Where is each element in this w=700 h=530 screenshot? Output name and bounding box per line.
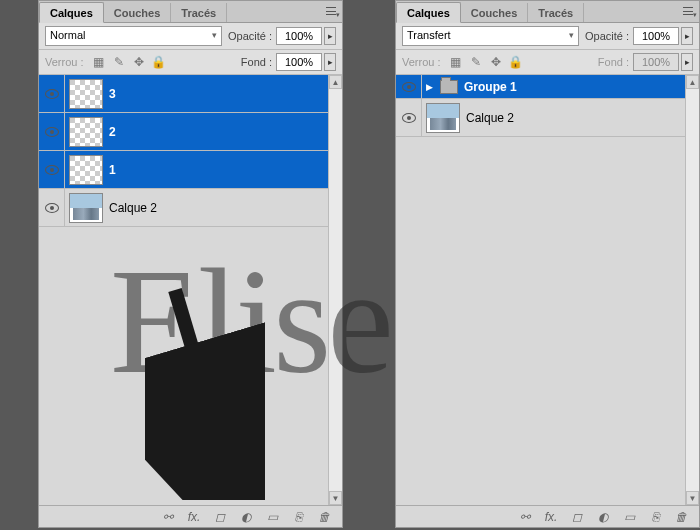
group-expand-icon[interactable]: ▶	[426, 82, 436, 92]
visibility-toggle[interactable]	[396, 99, 422, 136]
lock-transparency-icon[interactable]: ▦	[92, 55, 106, 69]
layer-thumbnail[interactable]	[69, 79, 103, 109]
layer-group-row[interactable]: ▶ Groupe 1	[396, 75, 699, 99]
tab-bar: Calques Couches Tracés	[39, 1, 342, 23]
lock-move-icon[interactable]: ✥	[489, 55, 503, 69]
tab-layers[interactable]: Calques	[396, 2, 461, 23]
layers-panel-left: Calques Couches Tracés Normal ▾ Opacité …	[38, 0, 343, 528]
fill-input[interactable]: 100%	[276, 53, 322, 71]
scrollbar[interactable]: ▲ ▼	[685, 75, 699, 505]
visibility-toggle[interactable]	[39, 151, 65, 188]
blend-mode-value: Transfert	[407, 29, 451, 41]
mask-icon[interactable]: ◻	[569, 509, 585, 525]
layer-thumbnail[interactable]	[69, 117, 103, 147]
scroll-up-icon[interactable]: ▲	[686, 75, 699, 89]
lock-fill-row: Verrou : ▦ ✎ ✥ 🔒 Fond : 100% ▸	[396, 50, 699, 75]
blend-opacity-row: Normal ▾ Opacité : 100% ▸	[39, 23, 342, 50]
fx-icon[interactable]: fx.	[186, 509, 202, 525]
layer-name[interactable]: Calque 2	[466, 111, 514, 125]
lock-transparency-icon[interactable]: ▦	[449, 55, 463, 69]
blend-mode-select[interactable]: Transfert ▾	[402, 26, 579, 46]
lock-fill-row: Verrou : ▦ ✎ ✥ 🔒 Fond : 100% ▸	[39, 50, 342, 75]
lock-paint-icon[interactable]: ✎	[469, 55, 483, 69]
group-icon[interactable]: ▭	[621, 509, 637, 525]
scroll-down-icon[interactable]: ▼	[686, 491, 699, 505]
group-icon[interactable]: ▭	[264, 509, 280, 525]
layer-thumbnail[interactable]	[69, 193, 103, 223]
lock-paint-icon[interactable]: ✎	[112, 55, 126, 69]
dropdown-caret-icon: ▾	[569, 30, 574, 40]
adjustment-icon[interactable]: ◐	[238, 509, 254, 525]
tab-channels[interactable]: Couches	[104, 3, 171, 22]
lock-all-icon[interactable]: 🔒	[152, 55, 166, 69]
trash-icon[interactable]: 🗑	[316, 509, 332, 525]
new-layer-icon[interactable]: ⎘	[647, 509, 663, 525]
trash-icon[interactable]: 🗑	[673, 509, 689, 525]
visibility-toggle[interactable]	[39, 75, 65, 112]
lock-label: Verrou :	[402, 56, 441, 68]
panel-menu-icon[interactable]	[324, 5, 338, 17]
layer-name[interactable]: 1	[109, 163, 116, 177]
fill-stepper[interactable]: ▸	[324, 53, 336, 71]
opacity-input[interactable]: 100%	[276, 27, 322, 45]
panel-menu-icon[interactable]	[681, 5, 695, 17]
blend-opacity-row: Transfert ▾ Opacité : 100% ▸	[396, 23, 699, 50]
blend-mode-value: Normal	[50, 29, 85, 41]
opacity-stepper[interactable]: ▸	[681, 27, 693, 45]
dropdown-caret-icon: ▾	[212, 30, 217, 40]
layer-thumbnail[interactable]	[69, 155, 103, 185]
layer-name[interactable]: 2	[109, 125, 116, 139]
link-layers-icon[interactable]: ⚯	[517, 509, 533, 525]
tab-paths[interactable]: Tracés	[528, 3, 584, 22]
eye-icon	[45, 127, 59, 137]
scroll-down-icon[interactable]: ▼	[329, 491, 342, 505]
opacity-stepper[interactable]: ▸	[324, 27, 336, 45]
layer-name[interactable]: Groupe 1	[464, 80, 517, 94]
fill-stepper: ▸	[681, 53, 693, 71]
panel-bottom-toolbar: ⚯ fx. ◻ ◐ ▭ ⎘ 🗑	[396, 505, 699, 527]
layers-panel-right: Calques Couches Tracés Transfert ▾ Opaci…	[395, 0, 700, 528]
blend-mode-select[interactable]: Normal ▾	[45, 26, 222, 46]
opacity-label: Opacité :	[585, 30, 629, 42]
layer-row[interactable]: 3	[39, 75, 342, 113]
eye-icon	[45, 203, 59, 213]
lock-icons-group: ▦ ✎ ✥ 🔒	[449, 55, 523, 69]
layer-name[interactable]: 3	[109, 87, 116, 101]
mask-icon[interactable]: ◻	[212, 509, 228, 525]
adjustment-icon[interactable]: ◐	[595, 509, 611, 525]
eye-icon	[402, 113, 416, 123]
tab-paths[interactable]: Tracés	[171, 3, 227, 22]
eye-icon	[402, 82, 416, 92]
link-layers-icon[interactable]: ⚯	[160, 509, 176, 525]
folder-icon	[440, 80, 458, 94]
tab-bar: Calques Couches Tracés	[396, 1, 699, 23]
fill-label: Fond :	[241, 56, 272, 68]
eye-icon	[45, 89, 59, 99]
layer-list: ▶ Groupe 1 Calque 2 ▲ ▼	[396, 75, 699, 505]
opacity-label: Opacité :	[228, 30, 272, 42]
visibility-toggle[interactable]	[39, 189, 65, 226]
tab-channels[interactable]: Couches	[461, 3, 528, 22]
lock-move-icon[interactable]: ✥	[132, 55, 146, 69]
opacity-input[interactable]: 100%	[633, 27, 679, 45]
layer-row[interactable]: Calque 2	[396, 99, 699, 137]
layer-row[interactable]: 1	[39, 151, 342, 189]
lock-all-icon[interactable]: 🔒	[509, 55, 523, 69]
scroll-up-icon[interactable]: ▲	[329, 75, 342, 89]
fill-input: 100%	[633, 53, 679, 71]
fx-icon[interactable]: fx.	[543, 509, 559, 525]
lock-icons-group: ▦ ✎ ✥ 🔒	[92, 55, 166, 69]
visibility-toggle[interactable]	[396, 75, 422, 98]
layer-name[interactable]: Calque 2	[109, 201, 157, 215]
layer-row[interactable]: Calque 2	[39, 189, 342, 227]
fill-label: Fond :	[598, 56, 629, 68]
tab-layers[interactable]: Calques	[39, 2, 104, 23]
visibility-toggle[interactable]	[39, 113, 65, 150]
panel-bottom-toolbar: ⚯ fx. ◻ ◐ ▭ ⎘ 🗑	[39, 505, 342, 527]
lock-label: Verrou :	[45, 56, 84, 68]
layer-row[interactable]: 2	[39, 113, 342, 151]
layer-thumbnail[interactable]	[426, 103, 460, 133]
scrollbar[interactable]: ▲ ▼	[328, 75, 342, 505]
new-layer-icon[interactable]: ⎘	[290, 509, 306, 525]
eye-icon	[45, 165, 59, 175]
